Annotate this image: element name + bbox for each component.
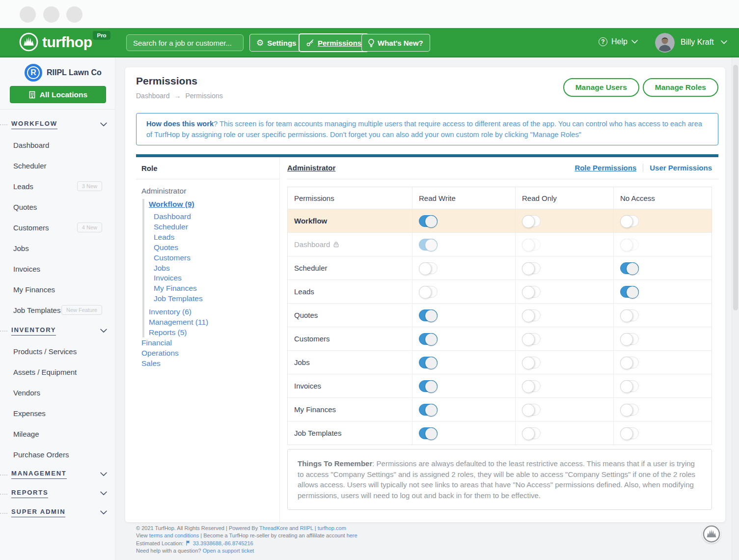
toggle-read-write[interactable]	[419, 404, 438, 416]
toggle-no-access[interactable]	[620, 215, 639, 227]
user-avatar[interactable]	[655, 33, 675, 53]
sidebar-item-purchase-orders[interactable]: Purchase Orders	[0, 444, 115, 465]
sidebar-item-my-finances[interactable]: My Finances	[0, 279, 115, 300]
manage-users-button[interactable]: Manage Users	[563, 78, 639, 97]
all-locations-button[interactable]: All Locations	[10, 86, 106, 103]
tree-leaf-invoices[interactable]: Invoices	[154, 273, 279, 283]
toggle-no-access[interactable]	[620, 309, 639, 321]
tree-leaf-my-finances[interactable]: My Finances	[154, 283, 279, 294]
toggle-read-only[interactable]	[522, 380, 541, 392]
toggle-no-access[interactable]	[620, 404, 639, 416]
toggle-no-access[interactable]	[620, 286, 639, 298]
threadkore-link[interactable]: ThreadKore	[259, 525, 288, 531]
sidebar-item-assets-equipment[interactable]: Assets / Equipment	[0, 362, 115, 382]
tree-group-inventory[interactable]: Inventory (6)	[149, 307, 279, 317]
sidebar-item-expenses[interactable]: Expenses	[0, 403, 115, 423]
tree-group-reports[interactable]: Reports (5)	[149, 327, 279, 337]
sidebar-section-reports[interactable]: REPORTS	[0, 484, 115, 503]
footer-copyright-line: © 2021 TurfHop. All Rights Reserved | Po…	[136, 525, 357, 532]
search-input[interactable]	[126, 34, 244, 51]
tree-leaf-scheduler[interactable]: Scheduler	[154, 222, 279, 232]
toggle-read-only[interactable]	[522, 309, 541, 321]
sidebar-section-management[interactable]: MANAGEMENT	[0, 465, 115, 484]
affiliate-here-link[interactable]: here	[347, 532, 357, 538]
toggle-read-write[interactable]	[419, 262, 438, 274]
toggle-read-write[interactable]	[419, 286, 438, 298]
sidebar-section-super-admin[interactable]: SUPER ADMIN	[0, 503, 115, 522]
toggle-no-access[interactable]	[620, 380, 639, 392]
things-to-remember-note: Things To Remember: Permissions are alwa…	[287, 449, 712, 510]
toggle-read-only[interactable]	[522, 427, 541, 439]
tree-leaf-quotes[interactable]: Quotes	[154, 243, 279, 253]
company-switcher[interactable]: R RIIPL Lawn Co	[25, 64, 102, 82]
permissions-table: Permissions Read Write Read Only No Acce…	[287, 187, 712, 445]
toggle-read-write[interactable]	[419, 380, 438, 392]
manage-roles-button[interactable]: Manage Roles	[643, 78, 718, 97]
turfhop-link[interactable]: turfhop.com	[318, 525, 346, 531]
whats-new-button[interactable]: What's New?	[361, 34, 430, 52]
tab-user-permissions[interactable]: User Permissions	[650, 164, 712, 172]
tree-group-management[interactable]: Management (11)	[149, 317, 279, 327]
toggle-read-only[interactable]	[522, 404, 541, 416]
tree-leaf-dashboard[interactable]: Dashboard	[154, 212, 279, 222]
support-ticket-link[interactable]: Open a support ticket	[203, 548, 254, 554]
tab-role-permissions[interactable]: Role Permissions	[575, 164, 636, 172]
toggle-read-only[interactable]	[522, 286, 541, 298]
column-read-only: Read Only	[515, 187, 613, 209]
sidebar-item-customers[interactable]: Customers4 New	[0, 217, 115, 238]
toggle-read-only[interactable]	[522, 357, 541, 368]
turfhop-chat-bubble[interactable]	[702, 525, 721, 543]
permissions-page-card: Permissions Dashboard → Permissions Mana…	[125, 67, 725, 522]
sidebar-item-dashboard[interactable]: Dashboard	[0, 135, 115, 155]
sidebar-item-leads[interactable]: Leads3 New	[0, 176, 115, 196]
tree-leaf-customers[interactable]: Customers	[154, 253, 279, 263]
toggle-read-only[interactable]	[522, 215, 541, 227]
toggle-read-only[interactable]	[522, 262, 541, 274]
sidebar-section-inventory[interactable]: INVENTORY	[0, 320, 115, 341]
tree-leaf-jobs[interactable]: Jobs	[154, 263, 279, 274]
table-row-jobs: Jobs	[288, 350, 712, 374]
toggle-no-access[interactable]	[620, 427, 639, 439]
tree-role-administrator[interactable]: Administrator	[141, 186, 279, 196]
sidebar-item-mileage[interactable]: Mileage	[0, 423, 115, 444]
tree-role-operations[interactable]: Operations	[141, 348, 279, 358]
toggle-read-write[interactable]	[419, 309, 438, 321]
permissions-button[interactable]: Permissions	[299, 33, 369, 52]
tree-leaf-leads[interactable]: Leads	[154, 232, 279, 243]
terms-link[interactable]: terms and conditions	[149, 532, 199, 538]
new-feature-badge: New Feature	[61, 305, 102, 315]
scrollbar-track[interactable]	[732, 57, 739, 560]
tree-administrator-groups: Workflow (9) Dashboard Scheduler Leads Q…	[142, 199, 279, 337]
help-menu[interactable]: ? Help	[599, 37, 638, 46]
toggle-read-write[interactable]	[419, 333, 438, 345]
toggle-no-access[interactable]	[620, 333, 639, 345]
sidebar-item-job-templates[interactable]: Job TemplatesNew Feature	[0, 300, 115, 320]
brand-logo[interactable]: turfhop Pro	[19, 32, 109, 52]
sidebar-item-quotes[interactable]: Quotes	[0, 196, 115, 217]
sidebar-item-jobs[interactable]: Jobs	[0, 238, 115, 258]
selected-role-label[interactable]: Administrator	[287, 164, 335, 172]
toggle-read-write[interactable]	[419, 427, 438, 439]
toggle-read-write[interactable]	[419, 357, 438, 368]
riipl-link[interactable]: RIIPL	[300, 525, 313, 531]
tree-group-workflow[interactable]: Workflow (9)	[149, 199, 194, 210]
tree-role-financial[interactable]: Financial	[141, 337, 279, 348]
brand-name: turfhop	[42, 34, 92, 51]
sidebar-item-vendors[interactable]: Vendors	[0, 382, 115, 403]
breadcrumb-dashboard[interactable]: Dashboard	[136, 92, 170, 100]
user-menu[interactable]: Billy Kraft	[681, 38, 727, 47]
toggle-read-write[interactable]	[419, 215, 438, 227]
footer-location-line: Estimated Location: 33.3938688,-86.87452…	[136, 540, 357, 547]
toggle-no-access[interactable]	[620, 357, 639, 368]
settings-button[interactable]: ⚙ Settings	[249, 34, 303, 52]
toggle-read-only[interactable]	[522, 333, 541, 345]
toggle-no-access[interactable]	[620, 262, 639, 274]
sidebar-item-scheduler[interactable]: Scheduler	[0, 155, 115, 176]
tree-role-sales[interactable]: Sales	[141, 358, 279, 368]
scrollbar-thumb[interactable]	[733, 65, 738, 310]
sidebar-section-workflow[interactable]: WORKFLOW	[0, 114, 115, 135]
coordinates-link[interactable]: 33.3938688,-86.8745216	[193, 540, 253, 546]
sidebar-item-invoices[interactable]: Invoices	[0, 258, 115, 279]
tree-leaf-job-templates[interactable]: Job Templates	[154, 294, 279, 304]
sidebar-item-products-services[interactable]: Products / Services	[0, 341, 115, 362]
